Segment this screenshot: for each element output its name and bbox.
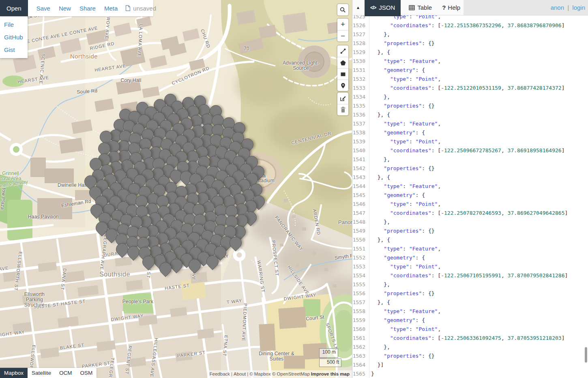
map-pane[interactable]: VIRGINIA STLE CONTE AVE LE CONTE AVESCEN… (0, 0, 352, 378)
zoom-out-button[interactable]: − (337, 30, 348, 41)
layer-ocm[interactable]: OCM (55, 368, 76, 378)
editor-line: 1563 "properties": {} (352, 352, 588, 361)
layer-mapbox[interactable]: Mapbox (0, 368, 28, 378)
line-code: "type": "Point", (369, 75, 441, 84)
mapbox-attribution-link[interactable]: © Mapbox (249, 372, 271, 376)
line-number: 1525 (352, 15, 369, 21)
line-number: 1564 (352, 361, 369, 369)
polygon-tool-icon (340, 60, 346, 66)
unsaved-status: unsaved (125, 5, 156, 12)
editor-line: 1544 "type": "Feature", (352, 182, 588, 191)
line-number: 1541 (352, 155, 369, 164)
delete-button[interactable] (337, 104, 348, 115)
line-number: 1542 (352, 164, 369, 173)
line-number: 1546 (352, 200, 369, 209)
line-number: 1554 (352, 271, 369, 280)
feedback-link[interactable]: Feedback (210, 372, 230, 376)
tab-table-label: Table (417, 4, 432, 11)
attribution-bar: Feedback|About|© Mapbox © OpenStreetMapI… (207, 370, 352, 378)
tab-json[interactable]: </> JSON (365, 0, 401, 16)
editor-line: 1552 "geometry": { (352, 253, 588, 262)
draw-rectangle-button[interactable] (337, 68, 348, 80)
line-code: "properties": {} (369, 289, 435, 298)
line-code: }, { (369, 48, 390, 57)
share-button[interactable]: Share (79, 5, 96, 12)
line-code: "type": "Feature", (369, 119, 441, 128)
dropdown-item-gist[interactable]: Gist (0, 43, 28, 56)
editor-line: 1528 "properties": {} (352, 39, 588, 48)
zoom-in-button[interactable]: + (337, 19, 348, 30)
search-button[interactable] (337, 4, 348, 15)
line-code: "geometry": { (369, 316, 425, 325)
line-number: 1543 (352, 173, 369, 182)
line-code: "coordinates": [-122.25067105195991, 37.… (369, 271, 568, 280)
dropdown-item-file[interactable]: File (0, 18, 28, 31)
editor-line: 1549 "properties": {} (352, 227, 588, 235)
editor-line: 1546 "type": "Point", (352, 200, 588, 209)
line-code: "properties": {} (369, 164, 435, 173)
improve-map-link[interactable]: Improve this map (311, 372, 350, 376)
line-code: "coordinates": [-122.25153867352296, 37.… (369, 21, 564, 30)
editor-line: 1562 }, (352, 343, 588, 352)
editor-line: 1541 }, (352, 155, 588, 164)
draw-line-button[interactable] (337, 45, 348, 57)
open-menu-button[interactable]: Open (0, 0, 28, 16)
auth-links: anon | login (551, 4, 588, 11)
draw-polygon-button[interactable] (337, 57, 348, 68)
right-panel: 1525 "type": "Point",1526 "coordinates":… (352, 0, 588, 378)
collapse-panel-button[interactable]: ▲ (356, 5, 360, 10)
save-button[interactable]: Save (36, 5, 50, 12)
editor-line: 1530 "type": "Feature", (352, 57, 588, 66)
attribution-separator: | (247, 372, 248, 376)
json-editor[interactable]: 1525 "type": "Point",1526 "coordinates":… (352, 15, 588, 378)
tab-help[interactable]: ? Help (442, 4, 460, 11)
line-number: 1527 (352, 30, 369, 39)
line-code: }, (369, 93, 390, 102)
rectangle-tool-icon (340, 71, 346, 78)
draw-marker-button[interactable] (337, 80, 348, 91)
line-code: "coordinates": [-122.25122010531159, 37.… (369, 84, 564, 93)
about-link[interactable]: About (234, 372, 246, 376)
editor-line: 1539 "type": "Point", (352, 137, 588, 146)
line-code: }, (369, 343, 390, 352)
line-code: "type": "Feature", (369, 307, 441, 316)
line-code: "geometry": { (369, 66, 425, 75)
osm-attribution-link[interactable]: © OpenStreetMap (272, 372, 310, 376)
line-number: 1535 (352, 102, 369, 110)
editor-line: 1545 "geometry": { (352, 191, 588, 200)
new-button[interactable]: New (59, 5, 71, 12)
tab-table[interactable]: Table (409, 4, 432, 11)
editor-line: 1529 }, { (352, 48, 588, 57)
panel-tab-bar: ▲ </> JSON Table ? Help anon (352, 0, 588, 15)
edit-toolbar (337, 93, 348, 115)
line-number: 1547 (352, 209, 369, 218)
line-number: 1560 (352, 325, 369, 334)
line-number: 1559 (352, 316, 369, 325)
line-number: 1551 (352, 244, 369, 253)
line-number: 1550 (352, 235, 369, 244)
line-number: 1558 (352, 307, 369, 316)
layer-osm[interactable]: OSM (76, 368, 97, 378)
edit-button[interactable] (337, 93, 348, 104)
line-code: }, (369, 280, 390, 289)
line-code: "geometry": { (369, 128, 425, 137)
line-code: "properties": {} (369, 39, 435, 48)
file-icon (125, 5, 131, 11)
login-link[interactable]: login (572, 4, 585, 11)
code-icon: </> (370, 5, 376, 11)
help-icon: ? (442, 4, 446, 11)
line-code: }, { (369, 173, 390, 182)
anon-user-link[interactable]: anon (551, 4, 564, 11)
editor-line: 1540 "coordinates": [-122.25096672785267… (352, 146, 588, 155)
layer-satellite[interactable]: Satellite (28, 368, 55, 378)
marker-tool-icon (340, 82, 346, 89)
meta-button[interactable]: Meta (104, 5, 118, 12)
editor-line: 1561 "coordinates": [-122.25063361092475… (352, 334, 588, 343)
editor-line: 1535 "properties": {} (352, 102, 588, 110)
line-code: }, (369, 30, 390, 39)
geojson-io-app: VIRGINIA STLE CONTE AVE LE CONTE AVESCEN… (0, 0, 588, 378)
dropdown-item-github[interactable]: GitHub (0, 31, 28, 43)
line-number: 1563 (352, 352, 369, 361)
editor-scrollbar-thumb[interactable] (585, 347, 587, 363)
editor-line: 1536 }, { (352, 110, 588, 119)
